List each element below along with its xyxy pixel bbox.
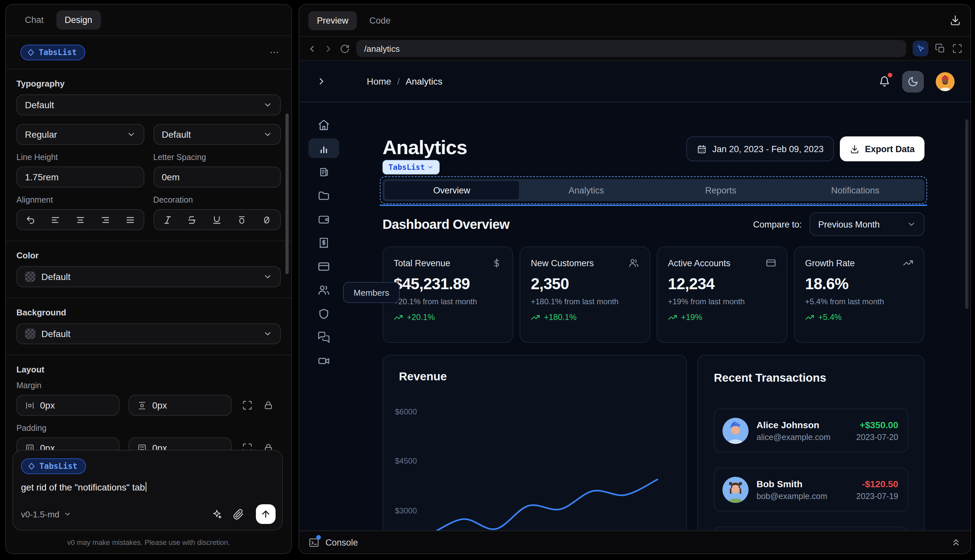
tab-analytics[interactable]: Analytics — [519, 181, 653, 199]
refresh-icon[interactable] — [340, 43, 350, 53]
letter-spacing-input[interactable]: 0em — [153, 167, 281, 188]
nav-wallet[interactable] — [308, 209, 339, 229]
back-icon[interactable] — [307, 43, 317, 53]
moon-icon — [907, 76, 918, 87]
nav-messages[interactable] — [308, 327, 339, 347]
transaction-row[interactable]: Alice Johnson+$350.00 alice@example.com2… — [714, 408, 908, 452]
messages-icon — [317, 331, 330, 343]
chevron-down-icon — [263, 100, 272, 110]
chevrons-up-icon[interactable] — [951, 537, 961, 548]
avatar — [722, 417, 749, 443]
receipt-dollar-icon — [317, 237, 330, 249]
color-value: Default — [41, 272, 70, 282]
more-options-icon[interactable] — [269, 47, 279, 58]
export-data-button[interactable]: Export Data — [840, 137, 925, 161]
margin-x-input[interactable]: 0px — [17, 395, 119, 416]
theme-toggle-button[interactable] — [902, 70, 924, 92]
tab-chat[interactable]: Chat — [17, 10, 52, 30]
bell-icon — [878, 75, 890, 87]
fullscreen-icon[interactable] — [952, 43, 963, 54]
selected-element-label: TabsList — [39, 48, 77, 57]
line-height-input[interactable]: 1.75rem — [17, 167, 144, 188]
copy-icon[interactable] — [935, 43, 945, 54]
align-center-icon[interactable] — [75, 215, 85, 225]
breadcrumb-home[interactable]: Home — [367, 76, 391, 87]
nav-reports[interactable] — [308, 162, 339, 182]
font-family-value: Default — [25, 100, 54, 110]
console-bar[interactable]: Console — [299, 530, 970, 553]
expand-margin-icon[interactable] — [242, 400, 253, 410]
tab-overview[interactable]: Overview — [384, 181, 519, 199]
font-family-select[interactable]: Default — [17, 95, 281, 115]
background-select[interactable]: Default — [17, 323, 281, 344]
nav-video[interactable] — [308, 351, 339, 370]
compare-label: Compare to: — [753, 219, 802, 229]
font-weight-select[interactable]: Regular — [17, 124, 144, 145]
compare-select[interactable]: Previous Month — [810, 212, 925, 236]
prompt-input[interactable]: get rid of the "notifications" tab — [21, 482, 274, 492]
nav-invoices[interactable] — [308, 233, 339, 252]
nav-cards[interactable] — [308, 257, 339, 276]
margin-y-input[interactable]: 0px — [129, 395, 232, 416]
breadcrumb: Home / Analytics — [367, 76, 442, 87]
attachment-icon[interactable] — [233, 508, 244, 520]
tab-preview[interactable]: Preview — [308, 11, 357, 30]
notifications-bell[interactable] — [878, 75, 890, 87]
send-button[interactable] — [256, 504, 275, 524]
breadcrumb-current: Analytics — [406, 76, 442, 87]
forward-icon[interactable] — [324, 43, 333, 53]
avatar — [722, 477, 749, 503]
download-icon — [850, 144, 860, 154]
model-select[interactable]: v0-1.5-md — [21, 509, 71, 519]
sparkles-icon[interactable] — [211, 508, 222, 520]
nav-home[interactable] — [308, 115, 339, 135]
nav-security[interactable] — [308, 303, 339, 323]
underline-icon[interactable] — [212, 215, 222, 225]
selected-component-badge[interactable]: TabsList — [382, 160, 440, 175]
tab-design[interactable]: Design — [56, 10, 101, 30]
composer-element-chip[interactable]: TabsList — [21, 458, 86, 474]
tab-reports[interactable]: Reports — [653, 181, 788, 199]
prompt-composer[interactable]: TabsList get rid of the "notifications" … — [12, 450, 283, 530]
folder-icon — [317, 189, 330, 202]
badge-label: TabsList — [389, 163, 425, 172]
user-avatar[interactable] — [936, 72, 955, 91]
no-decoration-icon[interactable] — [262, 215, 272, 225]
bar-chart-icon — [317, 142, 330, 155]
shield-icon — [317, 307, 330, 320]
nav-analytics[interactable] — [308, 138, 339, 158]
url-input[interactable]: /analytics — [356, 40, 906, 57]
download-icon[interactable] — [949, 15, 961, 26]
lock-margin-icon[interactable] — [263, 400, 274, 410]
trending-up-icon — [805, 313, 814, 322]
date-range-button[interactable]: Jan 20, 2023 - Feb 09, 2023 — [686, 137, 834, 161]
layout-section-label: Layout — [17, 365, 281, 375]
disclaimer-text: v0 may make mistakes. Please use with di… — [6, 538, 291, 546]
nav-files[interactable] — [308, 185, 339, 205]
sidebar-expand-icon[interactable] — [316, 76, 327, 87]
panel-scrollbar[interactable] — [285, 113, 289, 274]
section-title: Dashboard Overview — [382, 217, 509, 232]
preview-scrollbar[interactable] — [965, 119, 968, 309]
color-select[interactable]: Default — [17, 266, 281, 287]
font-size-select[interactable]: Default — [153, 124, 281, 145]
tooltip-members: Members — [343, 282, 399, 303]
italic-icon[interactable] — [162, 215, 172, 225]
tab-notifications[interactable]: Notifications — [788, 181, 923, 199]
align-right-icon[interactable] — [100, 215, 110, 225]
revenue-chart-card: Revenue $6000 $4500 $3000 — [382, 355, 687, 554]
tab-code[interactable]: Code — [361, 11, 399, 30]
design-pointer-icon[interactable] — [913, 41, 928, 57]
undo-icon[interactable] — [26, 215, 35, 225]
margin-vertical-icon — [137, 400, 147, 410]
strikethrough-icon[interactable] — [187, 215, 197, 225]
nav-members[interactable] — [308, 280, 339, 300]
selected-element-chip[interactable]: TabsList — [20, 45, 85, 60]
stat-delta: +180.1% — [544, 313, 576, 322]
model-name: v0-1.5-md — [21, 509, 59, 519]
transaction-row[interactable]: Bob Smith-$120.50 bob@example.com2023-07… — [714, 468, 908, 512]
align-left-icon[interactable] — [50, 215, 60, 225]
v0-workspace: Chat Design TabsList Typography Default … — [0, 0, 975, 560]
overline-icon[interactable] — [237, 215, 247, 225]
align-justify-icon[interactable] — [125, 215, 135, 225]
